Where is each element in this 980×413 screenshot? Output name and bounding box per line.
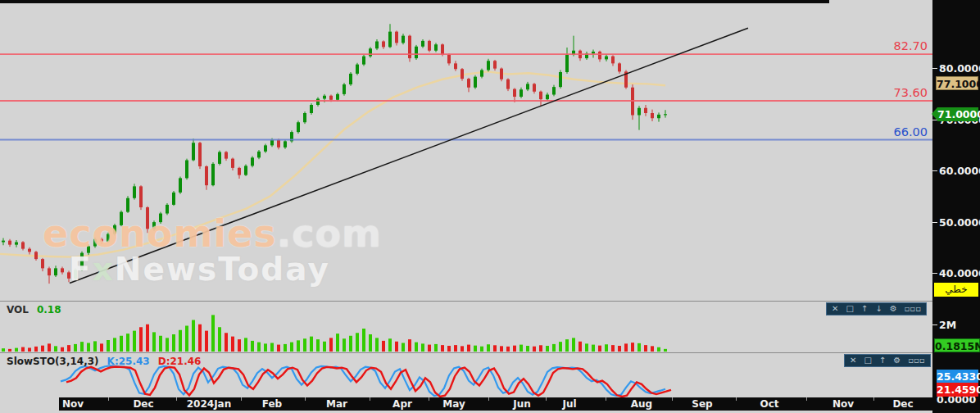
sto-panel-toolbar: ✕□↑⚙▫▫▫ xyxy=(844,354,931,367)
chart-canvas[interactable] xyxy=(0,0,932,413)
volume-bar xyxy=(474,346,477,352)
candle-body xyxy=(238,168,241,175)
volume-bar xyxy=(539,345,542,352)
volume-bar xyxy=(93,341,97,352)
candle-body xyxy=(349,74,352,84)
candle-body xyxy=(336,94,339,100)
volume-bar xyxy=(565,339,569,352)
trading-chart-window: { "ui": { "watermark": { "brand": "econo… xyxy=(0,0,980,413)
scale-type-badge[interactable]: خطي xyxy=(934,283,978,297)
candle-body xyxy=(284,141,287,148)
candle-body xyxy=(139,186,143,207)
volume-bar xyxy=(284,344,287,352)
sto-d-value: D:21.46 xyxy=(158,356,202,367)
volume-bar xyxy=(185,326,188,352)
more-icon[interactable]: ▫▫▫ xyxy=(905,303,921,315)
candle-body xyxy=(356,65,359,74)
volume-axis-tickmark xyxy=(932,324,937,325)
candle-body xyxy=(461,69,464,79)
panel-separator[interactable] xyxy=(0,352,932,353)
volume-bar xyxy=(349,336,352,352)
hline-label: 82.70 xyxy=(829,39,928,52)
move-up-icon[interactable]: ↑ xyxy=(879,355,886,366)
volume-bar xyxy=(513,346,516,352)
maximize-icon[interactable]: □ xyxy=(864,355,871,366)
volume-bar xyxy=(126,334,129,352)
settings-icon[interactable]: ⚙ xyxy=(890,303,897,315)
month-tickmark xyxy=(305,397,306,401)
candle-body xyxy=(8,241,11,245)
volume-bar xyxy=(310,337,313,352)
volume-bar xyxy=(336,334,339,352)
settings-icon[interactable]: ⚙ xyxy=(893,355,901,366)
candle-body xyxy=(74,270,77,279)
volume-bar xyxy=(637,343,641,352)
candle-body xyxy=(270,140,274,146)
volume-bar xyxy=(179,330,182,352)
volume-bar xyxy=(651,346,654,352)
candle-body xyxy=(362,57,365,65)
volume-bar xyxy=(395,342,398,352)
volume-bar xyxy=(388,338,392,352)
volume-bar xyxy=(100,343,103,352)
candle-body xyxy=(2,241,5,243)
month-label: Aug xyxy=(631,398,652,410)
volume-bar xyxy=(605,344,608,352)
candle-body xyxy=(15,243,18,245)
candle-body xyxy=(605,57,608,60)
hline-label: 73.60 xyxy=(829,86,928,99)
candle-body xyxy=(493,61,497,68)
month-tickmark xyxy=(606,397,606,401)
volume-bar xyxy=(15,348,18,352)
candle-body xyxy=(205,166,208,185)
volume-bar xyxy=(270,343,274,352)
price-tick-label: 50.0000 xyxy=(939,216,980,228)
volume-bar xyxy=(585,343,588,352)
volume-bar xyxy=(159,336,162,352)
volume-bar xyxy=(120,336,123,352)
volume-bar xyxy=(192,320,195,352)
volume-bar xyxy=(467,345,470,352)
volume-bar xyxy=(80,342,84,352)
candle-body xyxy=(519,89,523,97)
volume-bar xyxy=(441,345,444,352)
month-tickmark xyxy=(370,397,370,401)
month-label: Mar xyxy=(326,398,347,410)
month-tickmark xyxy=(873,397,874,401)
candle-body xyxy=(126,198,129,212)
volume-bar xyxy=(133,331,136,352)
candle-body xyxy=(388,32,392,48)
volume-value-badge: 0.1815M xyxy=(934,338,980,352)
time-axis[interactable]: NovDec2024JanFebMarAprMayJunJulAugSepOct… xyxy=(59,397,980,411)
candle-body xyxy=(67,272,70,279)
candle-body xyxy=(611,57,615,64)
close-icon[interactable]: ✕ xyxy=(850,355,856,366)
volume-bar xyxy=(303,338,306,352)
candle-body xyxy=(303,113,306,122)
price-tickmark xyxy=(932,222,937,223)
move-down-icon[interactable]: ↓ xyxy=(875,303,882,315)
volume-bar xyxy=(54,346,57,352)
candle-body xyxy=(434,44,438,51)
volume-bar xyxy=(611,345,615,352)
sto-d-badge: 21.4590 xyxy=(937,383,978,397)
volume-bar xyxy=(316,339,320,352)
maximize-icon[interactable]: □ xyxy=(846,303,853,315)
month-label: May xyxy=(442,398,465,410)
volume-bar xyxy=(578,342,582,352)
trendline[interactable] xyxy=(70,28,748,283)
volume-bar xyxy=(519,345,523,352)
candle-body xyxy=(198,143,202,166)
volume-bar xyxy=(198,324,202,352)
candle-body xyxy=(651,113,654,118)
volume-bar xyxy=(277,345,280,352)
volume-bar xyxy=(48,343,51,352)
more-icon[interactable]: ▫▫▫ xyxy=(908,355,924,366)
close-icon[interactable]: ✕ xyxy=(832,303,838,315)
move-up-icon[interactable]: ↑ xyxy=(861,303,868,315)
candle-body xyxy=(395,32,398,43)
candle-body xyxy=(592,52,595,54)
panel-separator[interactable] xyxy=(0,301,932,302)
month-label: Apr xyxy=(392,398,412,410)
volume-bar xyxy=(624,343,628,352)
